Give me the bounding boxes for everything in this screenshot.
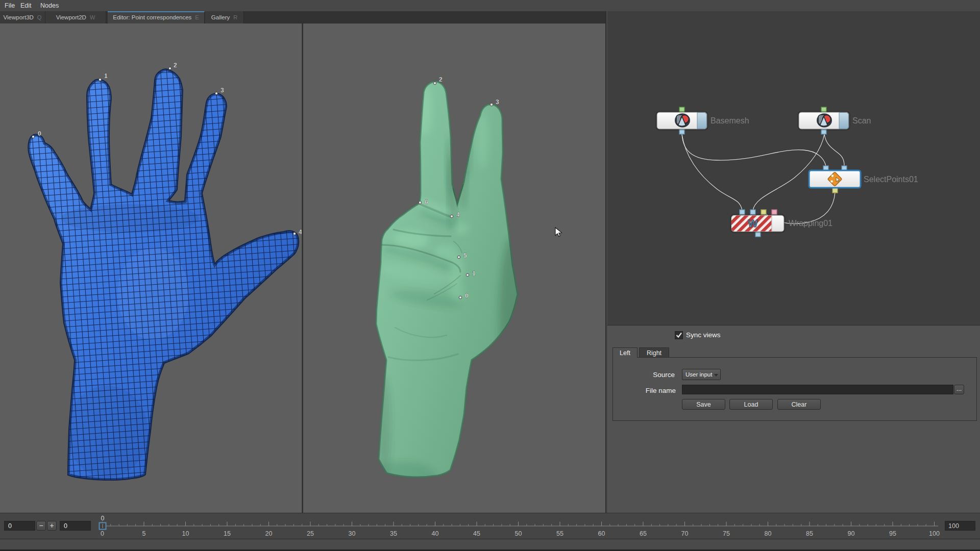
svg-text:0: 0	[465, 292, 469, 299]
svg-text:1: 1	[472, 270, 476, 277]
svg-text:3: 3	[220, 87, 224, 94]
svg-text:Scan: Scan	[852, 116, 871, 125]
svg-text:2: 2	[439, 76, 443, 83]
svg-text:1: 1	[104, 72, 108, 80]
svg-text:Basemesh: Basemesh	[710, 116, 749, 125]
svg-text:Wrapping01: Wrapping01	[789, 219, 832, 228]
svg-text:6: 6	[425, 198, 428, 206]
svg-text:W: W	[748, 218, 758, 229]
svg-text:4: 4	[299, 229, 302, 236]
svg-text:0: 0	[38, 130, 41, 137]
svg-text:5: 5	[463, 252, 467, 259]
svg-text:4: 4	[456, 211, 460, 218]
svg-text:2: 2	[174, 62, 177, 69]
svg-text:SelectPoints01: SelectPoints01	[864, 175, 918, 184]
svg-text:3: 3	[496, 98, 499, 106]
